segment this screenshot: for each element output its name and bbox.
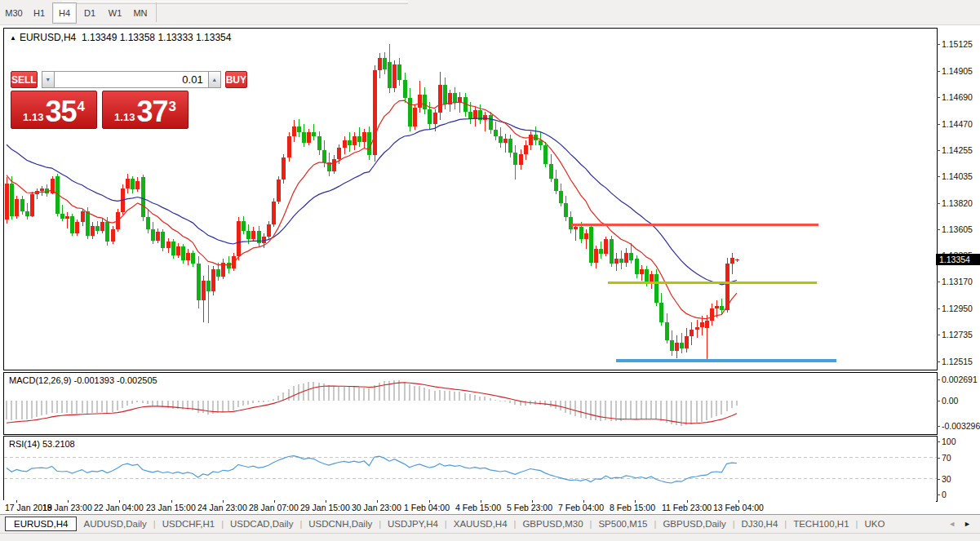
price-chart-panel[interactable]: ▲EURUSD,H4 1.13349 1.13358 1.13333 1.133… — [3, 28, 938, 370]
time-tick-label: 29 Jan 15:00 — [300, 503, 350, 512]
rsi-tick-label-tick — [937, 441, 940, 442]
one-click-trading-panel: SELL ▼ ▲ BUY 1.13 35 4 1.13 37 3 — [11, 71, 188, 129]
volume-input[interactable] — [55, 71, 208, 88]
price-tick-label: 1.12515 — [942, 357, 973, 366]
sell-button[interactable]: SELL — [11, 71, 38, 88]
price-tick-label: 1.13820 — [942, 198, 973, 208]
time-tick-label: 24 Jan 23:00 — [197, 503, 247, 512]
timeframe-button-m30[interactable]: M30 — [2, 2, 26, 24]
price-tick-label-tick — [937, 150, 940, 151]
price-tick-label: 1.14690 — [942, 92, 973, 102]
rsi-label: RSI(14) 53.2108 — [9, 439, 75, 449]
price-tick-label: 1.14035 — [942, 171, 973, 181]
price-tick-label-tick — [937, 229, 940, 230]
tab-dj30-h4[interactable]: DJ30,H4 — [735, 517, 785, 530]
price-tick-label-tick — [937, 124, 940, 125]
time-tick-label: 5 Feb 23:00 — [507, 503, 552, 512]
tab-usdjpy-h4[interactable]: USDJPY,H4 — [381, 517, 445, 530]
chart-tab-bar: EURUSD,H4AUDUSD,Daily|USDCHF,H1|USDCAD,D… — [0, 514, 980, 533]
buy-price-big: 37 — [136, 98, 167, 126]
price-tick-label: 1.12735 — [942, 330, 973, 339]
price-tick-label: 1.12950 — [942, 304, 973, 313]
buy-price-sup: 3 — [168, 100, 175, 113]
time-tick-label: 23 Jan 15:00 — [146, 503, 196, 512]
tab-gbpusd-m30[interactable]: GBPUSD,M30 — [516, 517, 589, 530]
price-tick-label-tick — [937, 335, 940, 335]
uptick-triangle-icon: ▲ — [10, 34, 16, 42]
price-tick-label: 1.14255 — [942, 145, 973, 155]
tab-tech100-h1[interactable]: TECH100,H1 — [787, 517, 855, 530]
sell-price-box[interactable]: 1.13 35 4 — [11, 91, 97, 129]
sell-price-prefix: 1.13 — [23, 109, 43, 126]
tab-xauusd-h4[interactable]: XAUUSD,H4 — [447, 517, 514, 530]
tab-usdcad-daily[interactable]: USDCAD,Daily — [224, 517, 299, 530]
time-tick-label: 18 Jan 23:00 — [42, 503, 92, 512]
macd-panel[interactable]: MACD(12,26,9) -0.001393 -0.002505 — [3, 372, 938, 435]
price-tick-label: 1.14905 — [942, 66, 973, 76]
timeframe-button-h1[interactable]: H1 — [27, 2, 51, 24]
timeframe-button-mn[interactable]: MN — [128, 2, 153, 24]
macd-tick-label-tick — [937, 426, 940, 427]
timeframe-button-h4[interactable]: H4 — [52, 2, 77, 24]
tabs-scroll-right-icon[interactable]: ► — [960, 520, 975, 528]
tab-usdchf-h1[interactable]: USDCHF,H1 — [156, 517, 222, 530]
time-tick-label: 22 Jan 04:00 — [94, 503, 144, 512]
timeframe-toolbar: M30H1H4D1W1MN — [0, 0, 980, 25]
tab-scroll-buttons: ◄► — [944, 520, 980, 528]
price-tick-label: 1.13170 — [942, 277, 973, 286]
price-tick-label-tick — [937, 97, 940, 98]
timeframe-button-d1[interactable]: D1 — [78, 2, 102, 24]
macd-tick-label-tick — [937, 379, 940, 380]
tab-uko[interactable]: UKO — [858, 517, 891, 530]
price-scale[interactable]: 1.13354 1.151251.149051.146901.144701.14… — [937, 0, 980, 541]
rsi-tick-label: 100 — [942, 437, 956, 446]
ohlc-quote-values: 1.13349 1.13358 1.13333 1.13354 — [82, 32, 232, 43]
tab-usdcnh-daily[interactable]: USDCNH,Daily — [302, 517, 379, 530]
volume-decrease-button[interactable]: ▼ — [42, 71, 55, 88]
time-tick-label: 30 Jan 23:00 — [352, 503, 401, 512]
symbol-timeframe-label: EURUSD,H4 — [20, 32, 76, 43]
price-tick-label-tick — [937, 282, 940, 282]
sell-price-big: 35 — [45, 98, 76, 126]
buy-price-box[interactable]: 1.13 37 3 — [102, 91, 188, 129]
tab-audusd-daily[interactable]: AUDUSD,Daily — [77, 517, 153, 530]
timeframe-button-w1[interactable]: W1 — [103, 2, 127, 24]
macd-tick-label: -0.003296 — [942, 421, 980, 431]
rsi-tick-label-tick — [937, 458, 940, 459]
macd-values: -0.001393 -0.002505 — [73, 375, 157, 385]
volume-stepper: ▼ ▲ — [42, 71, 221, 88]
current-price-badge: 1.13354 — [936, 254, 980, 265]
tab-gbpusd-daily[interactable]: GBPUSD,Daily — [656, 517, 732, 530]
toolbar-separator — [156, 2, 157, 22]
rsi-tick-label-tick — [937, 494, 940, 495]
rsi-tick-label: 70 — [942, 453, 951, 463]
mt4-terminal: { "toolbar": { "timeframes": ["M30","H1"… — [0, 0, 980, 541]
chart-quote-line: ▲EURUSD,H4 1.13349 1.13358 1.13333 1.133… — [10, 32, 231, 43]
buy-button[interactable]: BUY — [225, 71, 247, 88]
buy-price-prefix: 1.13 — [114, 109, 135, 126]
rsi-tick-label: 0 — [942, 490, 947, 499]
time-tick-label: 4 Feb 15:00 — [455, 503, 501, 512]
time-tick-label: 1 Feb 04:00 — [404, 503, 450, 512]
time-tick-label: 7 Feb 04:00 — [558, 503, 604, 512]
price-tick-label: 1.14470 — [942, 119, 973, 129]
timeframe-buttons: M30H1H4D1W1MN — [2, 2, 159, 24]
rsi-tick-label: 30 — [942, 474, 951, 484]
sell-price-sup: 4 — [77, 100, 84, 113]
tabs-scroll-left-icon[interactable]: ◄ — [944, 520, 960, 528]
macd-tick-label: 0.00 — [942, 396, 958, 406]
tab-sp500-m15[interactable]: SP500,M15 — [592, 517, 654, 530]
rsi-tick-label-tick — [937, 479, 940, 480]
price-tick-label-tick — [937, 361, 940, 362]
macd-tick-label-tick — [937, 401, 940, 401]
tab-eurusd-h4[interactable]: EURUSD,H4 — [5, 517, 77, 531]
price-tick-label-tick — [937, 44, 940, 45]
price-tick-label-tick — [937, 176, 940, 177]
price-tick-label-tick — [937, 203, 940, 204]
time-axis[interactable]: 17 Jan 201918 Jan 23:0022 Jan 04:0023 Ja… — [3, 500, 936, 514]
rsi-value: 53.2108 — [42, 439, 75, 449]
price-tick-label-tick — [937, 71, 940, 72]
volume-increase-button[interactable]: ▲ — [208, 71, 221, 88]
bottom-strip — [0, 533, 980, 541]
rsi-panel[interactable]: RSI(14) 53.2108 — [3, 436, 938, 502]
